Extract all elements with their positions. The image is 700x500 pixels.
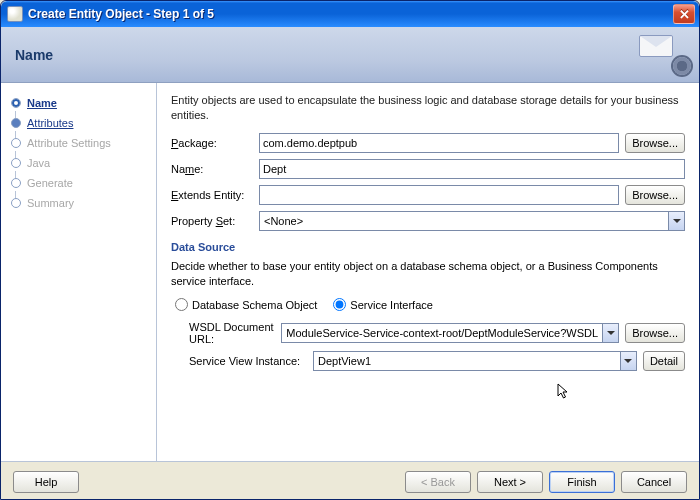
- step-dot-icon: [11, 118, 21, 128]
- wsdl-value: ModuleService-Service-context-root/DeptM…: [282, 327, 602, 339]
- step-label: Summary: [27, 197, 74, 209]
- step-generate: Generate: [9, 173, 148, 193]
- propset-label: Property Set:: [171, 215, 253, 227]
- svi-label: Service View Instance:: [189, 355, 307, 367]
- wsdl-browse-button[interactable]: Browse...: [625, 323, 685, 343]
- wizard-banner: Name: [1, 27, 699, 83]
- close-icon: ✕: [679, 7, 690, 22]
- banner-decor: [639, 35, 685, 71]
- help-button[interactable]: Help: [13, 471, 79, 493]
- extends-label: Extends Entity:: [171, 189, 253, 201]
- step-label: Generate: [27, 177, 73, 189]
- gear-icon: [673, 57, 691, 75]
- step-label: Attribute Settings: [27, 137, 111, 149]
- step-attributes[interactable]: Attributes: [9, 113, 148, 133]
- radio-label: Service Interface: [350, 299, 433, 311]
- chevron-down-icon: [620, 352, 636, 370]
- wsdl-url-combo[interactable]: ModuleService-Service-context-root/DeptM…: [281, 323, 619, 343]
- app-icon: [7, 6, 23, 22]
- step-label: Attributes: [27, 117, 73, 129]
- step-label: Java: [27, 157, 50, 169]
- chevron-down-icon: [602, 324, 618, 342]
- svi-value: DeptView1: [314, 355, 620, 367]
- back-button: < Back: [405, 471, 471, 493]
- name-input[interactable]: [259, 159, 685, 179]
- package-browse-button[interactable]: Browse...: [625, 133, 685, 153]
- titlebar: Create Entity Object - Step 1 of 5 ✕: [1, 1, 699, 27]
- data-source-desc: Decide whether to base your entity objec…: [171, 259, 685, 289]
- intro-text: Entity objects are used to encapsulate t…: [171, 93, 685, 123]
- wizard-steps-sidebar: Name Attributes Attribute Settings Java …: [1, 83, 157, 461]
- name-label: Name:: [171, 163, 253, 175]
- close-button[interactable]: ✕: [673, 4, 695, 24]
- step-name[interactable]: Name: [9, 93, 148, 113]
- package-label: Package:: [171, 137, 253, 149]
- wsdl-label: WSDL Document URL:: [189, 321, 275, 345]
- step-dot-icon: [11, 198, 21, 208]
- radio-service-interface-input[interactable]: [333, 298, 346, 311]
- data-source-radio-group: Database Schema Object Service Interface: [171, 298, 685, 311]
- radio-label: Database Schema Object: [192, 299, 317, 311]
- window-title: Create Entity Object - Step 1 of 5: [28, 7, 673, 21]
- propset-value: <None>: [260, 215, 668, 227]
- step-dot-icon: [11, 158, 21, 168]
- step-label: Name: [27, 97, 57, 109]
- next-button[interactable]: Next >: [477, 471, 543, 493]
- step-dot-icon: [11, 138, 21, 148]
- step-dot-icon: [11, 178, 21, 188]
- radio-database-schema-input[interactable]: [175, 298, 188, 311]
- finish-button[interactable]: Finish: [549, 471, 615, 493]
- wizard-main-panel: Entity objects are used to encapsulate t…: [157, 83, 699, 461]
- step-summary: Summary: [9, 193, 148, 213]
- chevron-down-icon: [668, 212, 684, 230]
- step-attribute-settings: Attribute Settings: [9, 133, 148, 153]
- cursor-icon: [557, 383, 573, 399]
- banner-heading: Name: [15, 47, 53, 63]
- step-dot-icon: [11, 98, 21, 108]
- extends-browse-button[interactable]: Browse...: [625, 185, 685, 205]
- envelope-icon: [639, 35, 673, 57]
- propset-select[interactable]: <None>: [259, 211, 685, 231]
- step-java: Java: [9, 153, 148, 173]
- service-view-instance-combo[interactable]: DeptView1: [313, 351, 637, 371]
- radio-service-interface[interactable]: Service Interface: [333, 298, 433, 311]
- radio-database-schema[interactable]: Database Schema Object: [175, 298, 317, 311]
- data-source-title: Data Source: [171, 241, 685, 253]
- extends-input[interactable]: [259, 185, 619, 205]
- wizard-footer: Help < Back Next > Finish Cancel: [1, 461, 699, 500]
- package-input[interactable]: [259, 133, 619, 153]
- svi-detail-button[interactable]: Detail: [643, 351, 685, 371]
- cancel-button[interactable]: Cancel: [621, 471, 687, 493]
